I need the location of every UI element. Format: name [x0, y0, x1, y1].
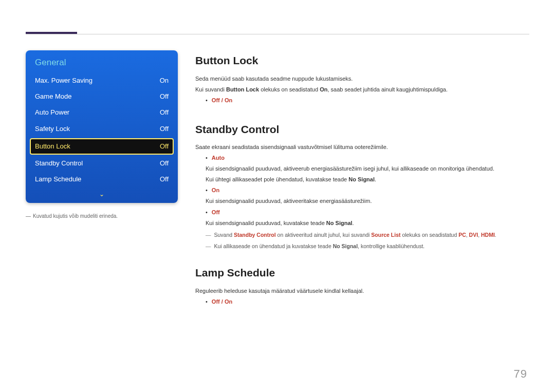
- p-lamp-1: Reguleerib heleduse kasutaja määratud vä…: [195, 287, 529, 295]
- option-text: Off / On: [212, 297, 232, 306]
- p-standby-off-1: Kui sisendsignaalid puuduvad, kuvatakse …: [206, 219, 529, 228]
- osd-row-label: Auto Power: [35, 108, 69, 117]
- osd-row-value: On: [160, 76, 169, 85]
- osd-scroll-down-icon[interactable]: ⌄: [26, 190, 178, 198]
- osd-row-label: Button Lock: [35, 142, 70, 151]
- note-dash-icon: ―: [206, 231, 211, 239]
- osd-row-game-mode[interactable]: Game Mode Off: [30, 89, 174, 105]
- standby-note-1: ― Suvand Standby Control on aktiveeritud…: [206, 231, 529, 239]
- bullet-icon: •: [206, 154, 208, 162]
- option-text: Off / On: [212, 96, 232, 105]
- p-standby-intro: Saate ekraani seadistada sisendsignaali …: [195, 143, 529, 152]
- osd-rows: Max. Power Saving On Game Mode Off Auto …: [26, 71, 178, 190]
- bullet-icon: •: [206, 297, 208, 306]
- osd-row-lamp-schedule[interactable]: Lamp Schedule Off: [30, 172, 174, 188]
- option-label: On: [212, 186, 219, 195]
- osd-row-value: Off: [160, 142, 169, 151]
- note-dash-icon: ―: [206, 242, 211, 250]
- footnote-text: Kuvatud kujutis võib mudeliti erineda.: [33, 213, 118, 219]
- content-area: General Max. Power Saving On Game Mode O…: [26, 50, 529, 308]
- osd-row-safety-lock[interactable]: Safety Lock Off: [30, 121, 174, 137]
- p-button-lock-2: Kui suvandi Button Lock olekuks on seadi…: [195, 85, 529, 94]
- osd-row-value: Off: [160, 108, 169, 117]
- osd-row-value: Off: [160, 124, 169, 134]
- header-rule: [26, 34, 529, 34]
- osd-row-value: Off: [160, 175, 169, 184]
- osd-row-label: Standby Control: [35, 159, 83, 168]
- bullet-icon: •: [206, 208, 208, 217]
- osd-row-standby-control[interactable]: Standby Control Off: [30, 156, 174, 172]
- standby-note-2: ― Kui allikaseade on ühendatud ja kuvata…: [206, 242, 529, 250]
- osd-panel: General Max. Power Saving On Game Mode O…: [26, 50, 178, 203]
- bullet-standby-on: • On: [206, 186, 529, 195]
- osd-row-label: Lamp Schedule: [35, 175, 81, 184]
- bullet-standby-auto: • Auto: [206, 154, 529, 162]
- osd-row-value: Off: [160, 92, 169, 101]
- osd-title: General: [26, 50, 178, 71]
- osd-row-label: Game Mode: [35, 92, 72, 101]
- option-label: Off: [212, 208, 220, 217]
- heading-button-lock: Button Lock: [195, 52, 529, 69]
- osd-row-value: Off: [160, 159, 169, 168]
- doc-column: Button Lock Seda menüüd saab kasutada se…: [195, 50, 529, 308]
- note-text: Suvand Standby Control on aktiveeritud a…: [214, 231, 496, 239]
- osd-column: General Max. Power Saving On Game Mode O…: [26, 50, 178, 308]
- bullet-button-lock-options: • Off / On: [206, 96, 529, 105]
- osd-row-label: Max. Power Saving: [35, 76, 92, 85]
- bullet-lamp-options: • Off / On: [206, 297, 529, 306]
- note-text: Kui allikaseade on ühendatud ja kuvataks…: [214, 242, 425, 250]
- footnote-dash: ―: [26, 213, 31, 219]
- bullet-icon: •: [206, 186, 208, 195]
- osd-footnote: ―Kuvatud kujutis võib mudeliti erineda.: [26, 213, 178, 219]
- osd-row-label: Safety Lock: [35, 124, 70, 134]
- p-button-lock-1: Seda menüüd saab kasutada seadme nuppude…: [195, 74, 529, 83]
- page-number: 79: [514, 367, 527, 381]
- osd-row-button-lock[interactable]: Button Lock Off: [30, 138, 174, 155]
- p-standby-auto-1: Kui sisendsignaalid puuduvad, aktiveerub…: [206, 164, 529, 173]
- p-standby-auto-2: Kui ühtegi allikaseadet pole ühendatud, …: [206, 175, 529, 184]
- osd-row-max-power-saving[interactable]: Max. Power Saving On: [30, 73, 174, 89]
- option-label: Auto: [212, 154, 225, 162]
- osd-row-auto-power[interactable]: Auto Power Off: [30, 105, 174, 121]
- bullet-icon: •: [206, 96, 208, 105]
- bullet-standby-off: • Off: [206, 208, 529, 217]
- heading-lamp-schedule: Lamp Schedule: [195, 265, 529, 282]
- heading-standby-control: Standby Control: [195, 121, 529, 138]
- p-standby-on-1: Kui sisendsignaalid puuduvad, aktiveerit…: [206, 197, 529, 206]
